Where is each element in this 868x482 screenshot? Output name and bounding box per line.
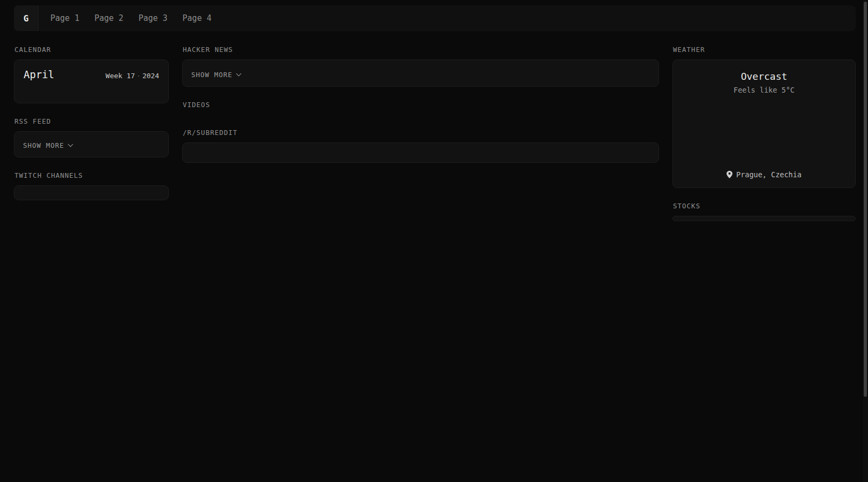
scrollbar-thumb[interactable]	[864, 2, 867, 397]
app-logo[interactable]: G	[14, 5, 39, 31]
weather-widget: Overcast Feels like 5°C Prague, Czechia	[672, 59, 856, 188]
videos-section-title: VIDEOS	[183, 101, 659, 109]
twitch-section-title: TWITCH CHANNELS	[14, 171, 169, 179]
weather-section-title: WEATHER	[673, 46, 856, 54]
calendar-week-year: Week 17·2024	[106, 72, 159, 80]
tab-page-4[interactable]: Page 4	[175, 5, 219, 31]
stocks-section-title: STOCKS	[673, 202, 856, 210]
weather-condition: Overcast	[682, 71, 847, 82]
calendar-widget: April Week 17·2024	[14, 59, 169, 103]
hackernews-show-more-button[interactable]: SHOW MORE	[191, 71, 241, 79]
chevron-down-icon	[236, 71, 241, 77]
tab-page-2[interactable]: Page 2	[87, 5, 131, 31]
weather-bars	[692, 106, 836, 155]
location-pin-icon	[727, 171, 732, 178]
weather-hourly-chart	[692, 106, 836, 155]
hackernews-section-title: HACKER NEWS	[183, 46, 659, 54]
rss-feed-widget: SHOW MORE	[14, 131, 169, 157]
calendar-month: April	[24, 69, 54, 80]
chevron-down-icon	[68, 142, 73, 147]
twitch-channels-widget	[14, 185, 169, 200]
weather-feels-like: Feels like 5°C	[682, 86, 847, 94]
tab-page-1[interactable]: Page 1	[43, 5, 87, 31]
top-navigation-bar: G Page 1 Page 2 Page 3 Page 4	[14, 5, 856, 31]
subreddit-widget	[182, 142, 659, 163]
stocks-widget	[672, 216, 856, 221]
weather-location: Prague, Czechia	[682, 170, 847, 179]
subreddit-section-title: /R/SUBREDDIT	[183, 129, 659, 137]
rss-show-more-button[interactable]: SHOW MORE	[23, 141, 72, 149]
page-scrollbar[interactable]	[863, 0, 868, 482]
calendar-section-title: CALENDAR	[14, 46, 169, 54]
hackernews-widget: SHOW MORE	[182, 59, 659, 87]
rss-section-title: RSS FEED	[14, 117, 169, 125]
page-tabs: Page 1 Page 2 Page 3 Page 4	[43, 5, 219, 31]
tab-page-3[interactable]: Page 3	[131, 5, 175, 31]
